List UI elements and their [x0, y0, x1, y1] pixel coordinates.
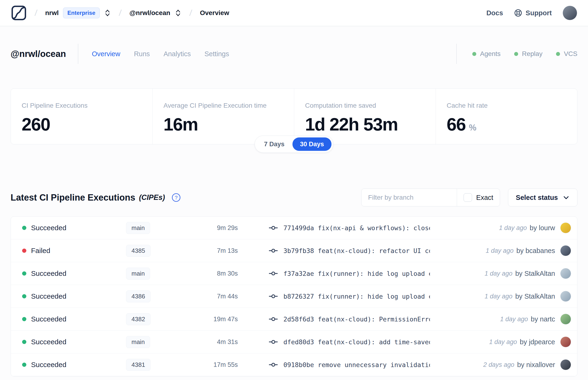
duration: 7m 13s: [187, 247, 238, 254]
service-agents[interactable]: Agents: [472, 50, 500, 57]
meta-cell: 1 day ago by StalkAltan: [430, 291, 571, 302]
meta-cell: 1 day ago by bcabanes: [430, 245, 571, 256]
workspace-header: @nrwl/ocean Overview Runs Analytics Sett…: [11, 44, 577, 64]
range-30-days-button[interactable]: 30 Days: [292, 137, 331, 151]
cipe-table-row[interactable]: Failed 4385 7m 13s 3b79fb38 feat(nx-clou…: [11, 239, 577, 262]
status-label: Succeeded: [31, 292, 66, 300]
exact-label[interactable]: Exact: [476, 194, 493, 202]
select-status-label: Select status: [516, 194, 558, 202]
docs-link[interactable]: Docs: [486, 9, 503, 17]
tab-analytics[interactable]: Analytics: [163, 50, 191, 58]
author: by bcabanes: [516, 247, 555, 255]
workspace-tabs: Overview Runs Analytics Settings: [92, 50, 229, 58]
status-cell: Failed: [22, 247, 126, 255]
stats-cards: CI Pipeline Executions 260 Average CI Pi…: [11, 88, 577, 144]
status-cell: Succeeded: [22, 315, 126, 323]
author-avatar: [560, 268, 571, 279]
breadcrumb-page[interactable]: Overview: [200, 9, 229, 17]
enterprise-badge: Enterprise: [63, 7, 100, 18]
range-7-days-button[interactable]: 7 Days: [256, 137, 292, 151]
author: by nixallover: [517, 361, 555, 369]
status-dot-icon: [22, 226, 26, 230]
divider: [78, 44, 78, 64]
exact-filter: Exact: [457, 189, 500, 206]
org-name: nrwl: [45, 9, 59, 17]
support-label: Support: [526, 9, 552, 17]
status-cell: Succeeded: [22, 269, 126, 278]
meta-cell: 1 day ago by StalkAltan: [430, 268, 571, 279]
nx-cloud-logo-icon[interactable]: [11, 5, 27, 21]
cipe-table-row[interactable]: Succeeded 4386 7m 44s b8726327 fix(runne…: [11, 285, 577, 308]
service-vcs[interactable]: VCS: [556, 50, 577, 57]
exact-checkbox[interactable]: [464, 193, 472, 202]
status-cell: Succeeded: [22, 292, 126, 300]
branch-cell: 4382: [126, 313, 187, 325]
status-dot-icon: [22, 317, 26, 321]
branch-chip: 4385: [126, 245, 151, 257]
author-avatar: [560, 245, 571, 256]
breadcrumb-separator: /: [189, 8, 192, 18]
time-ago: 1 day ago: [500, 316, 528, 323]
author-avatar: [560, 359, 571, 370]
branch-filter-input[interactable]: [361, 189, 456, 206]
branch-chip: main: [126, 222, 150, 234]
cipe-table-row[interactable]: Succeeded 4382 19m 47s 2d58f6d3 feat(nx-…: [11, 308, 577, 331]
git-commit-icon: [268, 360, 278, 370]
status-label: Succeeded: [31, 224, 66, 232]
status-cell: Succeeded: [22, 361, 126, 369]
page-title: @nrwl/ocean: [11, 49, 66, 59]
org-selector[interactable]: nrwl Enterprise: [45, 7, 111, 18]
branch-cell: main: [126, 222, 187, 234]
tab-overview[interactable]: Overview: [92, 50, 120, 58]
duration: 17m 55s: [187, 361, 238, 368]
duration: 19m 47s: [187, 316, 238, 323]
commit-message: 0918b0be remove unnecessary invalidation: [284, 361, 430, 368]
branch-chip: 4386: [126, 290, 151, 303]
top-navbar: / nrwl Enterprise / @nrwl/ocean / Overvi…: [0, 0, 588, 26]
git-commit-icon: [268, 291, 278, 301]
branch-cell: 4381: [126, 359, 187, 371]
duration: 4m 31s: [187, 338, 238, 346]
status-dot-icon: [22, 340, 26, 344]
support-link[interactable]: Support: [514, 9, 552, 17]
branch-cell: 4385: [126, 245, 187, 257]
time-ago: 2 days ago: [483, 361, 514, 368]
git-commit-icon: [268, 314, 278, 324]
cipe-table-row[interactable]: Succeeded main 8m 30s f37a32ae fix(runne…: [11, 262, 577, 285]
duration: 8m 30s: [187, 270, 238, 277]
branch-chip: main: [126, 267, 150, 280]
select-status-dropdown[interactable]: Select status: [508, 189, 577, 207]
breadcrumb-separator: /: [118, 8, 122, 18]
status-cell: Succeeded: [22, 338, 126, 346]
cipe-table-row[interactable]: Succeeded main 9m 29s 771499da fix(nx-ap…: [11, 217, 577, 239]
author-avatar: [560, 291, 571, 302]
green-status-dot-icon: [556, 52, 560, 56]
commit-cell: 0918b0be remove unnecessary invalidation: [238, 360, 430, 370]
help-icon[interactable]: ?: [171, 193, 181, 202]
author-avatar: [560, 337, 571, 347]
green-status-dot-icon: [514, 52, 518, 56]
user-avatar[interactable]: [563, 6, 577, 20]
author: by nartc: [531, 315, 555, 323]
git-commit-icon: [268, 268, 278, 278]
status-dot-icon: [22, 362, 26, 367]
table-controls: Exact Select status: [361, 189, 577, 207]
service-replay[interactable]: Replay: [514, 50, 542, 57]
workspace-selector[interactable]: @nrwl/ocean: [129, 9, 182, 17]
cipe-table-row[interactable]: Succeeded main 4m 31s dfed80d3 feat(nx-c…: [11, 331, 577, 353]
cipe-table-row[interactable]: Succeeded 4381 17m 55s 0918b0be remove u…: [11, 353, 577, 376]
author-avatar: [560, 223, 571, 233]
green-status-dot-icon: [472, 52, 476, 56]
status-dot-icon: [22, 294, 26, 298]
divider: [456, 44, 457, 64]
workspace-name: @nrwl/ocean: [129, 9, 170, 17]
branch-cell: main: [126, 267, 187, 280]
time-ago: 1 day ago: [485, 293, 512, 300]
commit-cell: 3b79fb38 feat(nx-cloud): refactor UI com…: [238, 246, 430, 256]
tab-runs[interactable]: Runs: [134, 50, 150, 58]
tab-settings[interactable]: Settings: [204, 50, 229, 58]
branch-cell: main: [126, 336, 187, 348]
author: by StalkAltan: [515, 292, 555, 300]
status-label: Succeeded: [31, 361, 66, 369]
commit-cell: f37a32ae fix(runner): hide log upload er…: [238, 268, 430, 278]
